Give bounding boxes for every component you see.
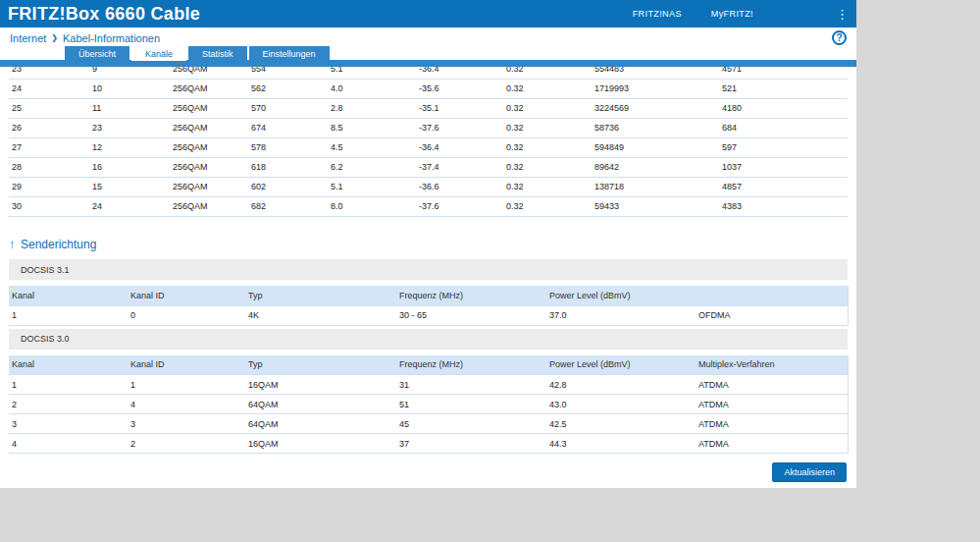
table-cell: 4857: [719, 177, 848, 196]
column-header: Kanal ID: [128, 355, 245, 375]
table-cell: 256QAM: [170, 137, 248, 157]
table-cell: 23: [89, 118, 170, 137]
table-cell: 256QAM: [170, 177, 248, 196]
docsis31-section: DOCSIS 3.1 KanalKanal IDTypFrequenz (MHz…: [9, 259, 848, 326]
table-cell: 0.32: [503, 67, 592, 79]
table-cell: 256QAM: [170, 98, 248, 118]
link-fritznas[interactable]: FRITZ!NAS: [633, 9, 682, 19]
table-cell: 1: [9, 305, 128, 325]
table-cell: 674: [248, 118, 328, 137]
table-cell: 0.32: [503, 177, 592, 196]
docsis30-label: DOCSIS 3.0: [9, 329, 848, 350]
table-header-row: KanalKanal IDTypFrequenz (MHz)Power Leve…: [9, 355, 848, 375]
table-row: 4216QAM3744.3ATDMA: [9, 434, 848, 454]
app-window: FRITZ!Box 6660 Cable FRITZ!NAS MyFRITZ! …: [0, 0, 856, 488]
table-cell: 37: [396, 434, 546, 454]
table-cell: -35.6: [416, 79, 503, 98]
column-header: Power Level (dBmV): [546, 286, 696, 305]
breadcrumb-row: Internet ❯ Kabel-Informationen ?: [0, 27, 856, 48]
table-row: 104K30 - 6537.0OFDMA: [9, 305, 848, 325]
table-cell: 11: [89, 98, 170, 118]
table-cell: 4: [9, 434, 128, 454]
tab-uebersicht[interactable]: Übersicht: [65, 46, 129, 61]
table-cell: 0.32: [503, 137, 592, 157]
column-header: Kanal ID: [128, 286, 245, 305]
table-cell: 26: [9, 118, 89, 137]
table-cell: 554483: [592, 67, 719, 79]
table-header-row: KanalKanal IDTypFrequenz (MHz)Power Leve…: [9, 286, 848, 305]
link-myfritz[interactable]: MyFRITZ!: [711, 9, 753, 19]
table-cell: 256QAM: [170, 196, 248, 216]
table-cell: ATDMA: [696, 395, 848, 414]
table-cell: 521: [719, 79, 848, 98]
table-cell: 554: [248, 67, 328, 79]
table-cell: 4383: [719, 196, 848, 216]
table-cell: 0.32: [503, 98, 592, 118]
table-cell: 59433: [592, 196, 719, 216]
upstream-heading: ↑ Senderichtung: [9, 234, 848, 255]
docsis31-table: KanalKanal IDTypFrequenz (MHz)Power Leve…: [9, 286, 849, 326]
table-cell: 0.32: [503, 196, 592, 216]
table-cell: 24: [9, 79, 89, 98]
tab-kanaele[interactable]: Kanäle: [131, 46, 186, 61]
table-cell: 578: [248, 137, 328, 157]
docsis30-table: KanalKanal IDTypFrequenz (MHz)Power Leve…: [9, 355, 849, 455]
help-icon[interactable]: ?: [832, 30, 847, 45]
tab-einstellungen[interactable]: Einstellungen: [249, 46, 330, 61]
header-bar: FRITZ!Box 6660 Cable FRITZ!NAS MyFRITZ! …: [0, 0, 856, 27]
table-cell: 44.3: [546, 434, 696, 454]
downstream-channels-table: 239256QAM5545.1-36.40.325544834571241025…: [9, 67, 848, 217]
app-title: FRITZ!Box 6660 Cable: [8, 4, 200, 25]
table-cell: 31: [396, 375, 546, 395]
table-cell: 256QAM: [170, 79, 248, 98]
table-cell: 1719993: [592, 79, 719, 98]
table-cell: 89642: [592, 157, 719, 177]
table-cell: 8.0: [328, 196, 416, 216]
table-cell: 23: [9, 67, 89, 79]
table-row: 2816256QAM6186.2-37.40.32896421037: [9, 157, 848, 177]
table-cell: 618: [248, 157, 328, 177]
table-cell: 4.0: [328, 79, 416, 98]
column-header: Power Level (dBmV): [546, 355, 696, 375]
table-cell: 3: [128, 414, 245, 434]
tab-statistik[interactable]: Statistik: [188, 46, 247, 61]
downstream-table-viewport: 239256QAM5545.1-36.40.325544834571241025…: [9, 67, 848, 224]
column-header: Multiplex-Verfahren: [696, 355, 848, 375]
table-cell: 37.0: [546, 305, 696, 325]
breadcrumb-internet[interactable]: Internet: [10, 32, 46, 44]
table-cell: 29: [9, 177, 89, 196]
table-cell: 4: [128, 395, 245, 414]
table-cell: 42.8: [546, 375, 696, 395]
table-cell: 5.1: [328, 177, 416, 196]
table-cell: 682: [248, 196, 328, 216]
table-cell: 2: [128, 434, 245, 454]
header-links: FRITZ!NAS MyFRITZ! ⋮: [603, 8, 849, 21]
table-row: 2464QAM5143.0ATDMA: [9, 395, 848, 414]
table-cell: OFDMA: [696, 305, 848, 325]
table-cell: 0.32: [503, 79, 592, 98]
table-cell: 0.32: [503, 157, 592, 177]
column-header: Typ: [245, 355, 396, 375]
table-cell: 4180: [719, 98, 848, 118]
table-row: 2915256QAM6025.1-36.60.321387184857: [9, 177, 848, 196]
upstream-heading-label: Senderichtung: [21, 238, 96, 251]
table-row: 2511256QAM5702.8-35.10.3232245694180: [9, 98, 848, 118]
table-cell: 684: [719, 118, 848, 137]
refresh-button[interactable]: Aktualisieren: [772, 462, 847, 482]
table-cell: 42.5: [546, 414, 696, 434]
column-header: Typ: [245, 286, 396, 305]
table-cell: 570: [248, 98, 328, 118]
table-cell: 64QAM: [245, 414, 396, 434]
breadcrumb: Internet ❯ Kabel-Informationen: [10, 32, 160, 44]
table-cell: 10: [89, 79, 170, 98]
table-cell: 0.32: [503, 118, 592, 137]
table-cell: 5.1: [328, 67, 416, 79]
table-cell: 28: [9, 157, 89, 177]
table-row: 239256QAM5545.1-36.40.325544834571: [9, 67, 848, 79]
kebab-menu-icon[interactable]: ⋮: [836, 8, 849, 21]
table-row: 3024256QAM6828.0-37.60.32594334383: [9, 196, 848, 216]
table-cell: 562: [248, 79, 328, 98]
table-cell: 6.2: [328, 157, 416, 177]
table-cell: 12: [89, 137, 170, 157]
table-row: 2410256QAM5624.0-35.60.321719993521: [9, 79, 848, 98]
